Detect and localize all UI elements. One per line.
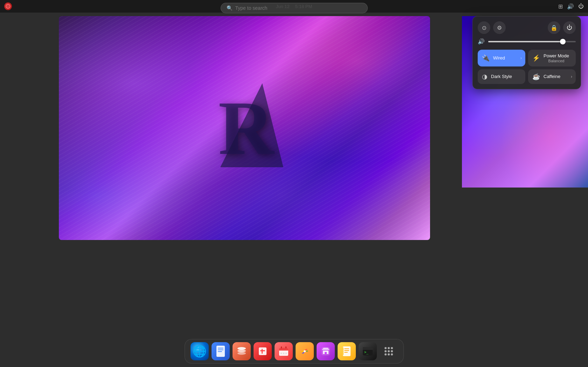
svg-point-6 bbox=[237, 352, 246, 355]
search-bar: 🔍 bbox=[221, 3, 368, 13]
volume-icon: 🔊 bbox=[478, 38, 485, 45]
r-logo: R bbox=[219, 84, 271, 172]
dock-item-store[interactable] bbox=[317, 342, 335, 360]
dock-item-notes[interactable] bbox=[212, 342, 230, 360]
volume-thumb[interactable] bbox=[560, 39, 566, 44]
svg-point-38 bbox=[391, 353, 393, 355]
svg-rect-14 bbox=[285, 346, 286, 348]
svg-point-34 bbox=[388, 350, 390, 352]
volume-topbar-icon[interactable]: 🔊 bbox=[567, 3, 574, 10]
volume-fill bbox=[488, 41, 563, 42]
search-bar-container: 🔍 bbox=[221, 3, 368, 13]
qs-icons-row: ⊙ ⚙ 🔒 ⏻ bbox=[478, 21, 576, 34]
search-input[interactable] bbox=[235, 5, 362, 11]
svg-point-4 bbox=[237, 347, 246, 350]
dock-item-journal[interactable] bbox=[338, 342, 356, 360]
wired-arrow-icon: › bbox=[520, 56, 522, 61]
network-icon[interactable]: ⊞ bbox=[558, 3, 563, 10]
pinwheel-icon bbox=[299, 346, 310, 357]
dock-item-layers[interactable] bbox=[233, 342, 251, 360]
svg-point-5 bbox=[237, 350, 246, 352]
svg-point-37 bbox=[388, 353, 390, 355]
search-icon: 🔍 bbox=[227, 5, 233, 11]
svg-rect-13 bbox=[281, 346, 282, 348]
dock-item-calendar[interactable] bbox=[275, 342, 293, 360]
top-bar-right: ⊞ 🔊 ⏻ bbox=[558, 3, 584, 10]
top-bar-left bbox=[4, 2, 12, 10]
power-mode-icon: ⚡ bbox=[532, 54, 540, 62]
svg-rect-20 bbox=[325, 352, 327, 354]
caffeine-arrow-icon: › bbox=[571, 74, 572, 79]
power-topbar-icon[interactable]: ⏻ bbox=[578, 3, 584, 9]
store-icon bbox=[320, 346, 331, 357]
wallpaper-gradient: R bbox=[59, 16, 430, 240]
power-mode-label: Power Mode bbox=[544, 53, 569, 59]
qs-icons-right: 🔒 ⏻ bbox=[548, 21, 576, 34]
svg-text:>_: >_ bbox=[364, 350, 369, 354]
svg-rect-25 bbox=[342, 347, 344, 355]
svg-rect-3 bbox=[218, 351, 222, 352]
grid-icon bbox=[384, 346, 394, 356]
qs-buttons: 🔌 Wired › ⚡ Power Mode Balanced ◑ Dark S… bbox=[478, 50, 576, 84]
svg-rect-28 bbox=[363, 348, 373, 350]
journal-icon bbox=[341, 346, 352, 357]
wired-icon: 🔌 bbox=[482, 54, 490, 62]
qs-screen-icon-btn[interactable]: ⊙ bbox=[478, 21, 490, 34]
svg-rect-2 bbox=[218, 350, 223, 350]
screen-icon: ⊙ bbox=[482, 24, 486, 31]
dark-style-icon: ◑ bbox=[482, 73, 487, 80]
gear-icon: ⚙ bbox=[497, 24, 502, 31]
draw-icon bbox=[257, 346, 268, 357]
power-icon: ⏻ bbox=[567, 24, 572, 31]
svg-point-33 bbox=[385, 350, 387, 352]
dock: 🌐 bbox=[185, 339, 404, 364]
qs-gear-icon-btn[interactable]: ⚙ bbox=[493, 21, 506, 34]
layers-icon bbox=[236, 346, 247, 357]
svg-point-32 bbox=[391, 347, 393, 349]
svg-point-31 bbox=[388, 347, 390, 349]
wired-label: Wired bbox=[493, 55, 505, 61]
quick-settings-panel: ⊙ ⚙ 🔒 ⏻ 🔊 🔌 Wired › bbox=[472, 16, 581, 89]
power-mode-text: Power Mode Balanced bbox=[544, 53, 569, 63]
svg-point-35 bbox=[391, 350, 393, 352]
svg-rect-21 bbox=[343, 346, 351, 356]
globe-icon: 🌐 bbox=[193, 345, 207, 358]
lock-icon: 🔒 bbox=[551, 24, 558, 31]
caffeine-label: Caffeine bbox=[544, 74, 560, 79]
notes-icon bbox=[215, 345, 226, 358]
svg-rect-22 bbox=[344, 348, 349, 349]
svg-rect-17 bbox=[285, 353, 287, 354]
svg-rect-15 bbox=[281, 353, 282, 354]
svg-point-30 bbox=[385, 347, 387, 349]
svg-rect-16 bbox=[283, 353, 284, 354]
svg-point-36 bbox=[385, 353, 387, 355]
svg-rect-24 bbox=[344, 352, 348, 353]
dock-item-pinwheel[interactable] bbox=[296, 342, 314, 360]
qs-wired-btn[interactable]: 🔌 Wired › bbox=[478, 50, 525, 66]
svg-rect-1 bbox=[218, 348, 223, 348]
svg-rect-23 bbox=[344, 350, 349, 351]
qs-dark-style-btn[interactable]: ◑ Dark Style bbox=[478, 69, 525, 84]
qs-lock-icon-btn[interactable]: 🔒 bbox=[548, 21, 560, 34]
caffeine-icon: ☕ bbox=[532, 73, 540, 80]
terminal-icon: >_ bbox=[362, 346, 373, 356]
qs-power-icon-btn[interactable]: ⏻ bbox=[563, 21, 576, 34]
dock-item-terminal[interactable]: >_ bbox=[359, 342, 377, 360]
app-icon-inner bbox=[6, 4, 11, 9]
wallpaper-primary: R bbox=[59, 16, 430, 240]
svg-point-18 bbox=[304, 350, 306, 352]
svg-rect-12 bbox=[279, 350, 288, 351]
dock-item-draw[interactable] bbox=[254, 342, 272, 360]
qs-power-mode-btn[interactable]: ⚡ Power Mode Balanced bbox=[528, 50, 576, 66]
dark-style-label: Dark Style bbox=[491, 74, 512, 79]
qs-caffeine-btn[interactable]: ☕ Caffeine › bbox=[528, 69, 576, 84]
svg-rect-9 bbox=[260, 350, 265, 351]
power-mode-value: Balanced bbox=[544, 59, 569, 63]
dock-item-grid[interactable] bbox=[380, 342, 398, 360]
volume-slider[interactable] bbox=[488, 41, 576, 42]
app-icon[interactable] bbox=[4, 2, 12, 10]
dock-item-globe[interactable]: 🌐 bbox=[191, 342, 209, 360]
calendar-icon bbox=[278, 346, 289, 357]
qs-icons-left: ⊙ ⚙ bbox=[478, 21, 506, 34]
volume-row: 🔊 bbox=[478, 38, 576, 45]
